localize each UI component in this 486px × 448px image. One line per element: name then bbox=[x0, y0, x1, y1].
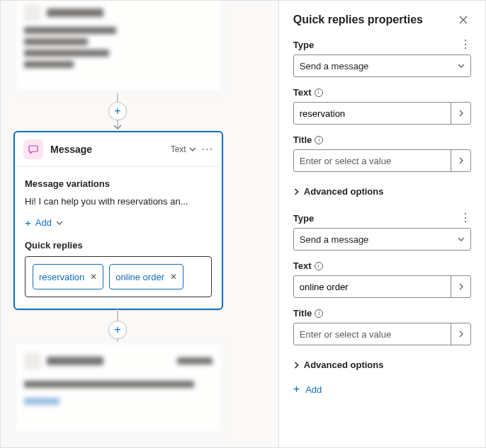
title-input-field[interactable] bbox=[300, 156, 451, 166]
text-field-label: Texti bbox=[293, 260, 323, 271]
chevron-down-icon bbox=[56, 219, 63, 226]
advanced-options-toggle[interactable]: Advanced options bbox=[293, 182, 471, 200]
properties-panel: Quick replies properties Type ⋮ Send a m… bbox=[278, 1, 485, 447]
arrow-down-icon bbox=[113, 123, 122, 130]
reply-menu-icon[interactable]: ⋮ bbox=[460, 212, 471, 224]
chevron-down-icon[interactable] bbox=[189, 146, 196, 153]
quick-replies-label: Quick replies bbox=[25, 240, 212, 251]
message-variations-label: Message variations bbox=[25, 178, 212, 189]
message-node-header: Message Text ··· bbox=[15, 132, 222, 167]
type-select[interactable]: Send a message bbox=[293, 54, 471, 77]
advanced-options-label: Advanced options bbox=[304, 186, 384, 197]
message-icon bbox=[23, 139, 43, 159]
title-input[interactable] bbox=[293, 149, 471, 172]
text-field-label: Texti bbox=[293, 87, 323, 98]
plus-icon: + bbox=[293, 383, 300, 396]
previous-node-card bbox=[13, 1, 223, 93]
more-options-icon[interactable]: ··· bbox=[202, 143, 213, 156]
message-type-label[interactable]: Text bbox=[171, 144, 186, 154]
advanced-options-toggle[interactable]: Advanced options bbox=[293, 355, 471, 373]
message-node-title: Message bbox=[50, 144, 171, 155]
text-input-field[interactable] bbox=[300, 282, 451, 292]
info-icon[interactable]: i bbox=[315, 309, 323, 318]
quick-reply-chip[interactable]: online order ✕ bbox=[109, 264, 183, 289]
expand-button[interactable] bbox=[451, 276, 470, 297]
close-panel-button[interactable] bbox=[456, 12, 471, 28]
chevron-right-icon bbox=[293, 188, 300, 196]
expand-button[interactable] bbox=[451, 323, 470, 345]
chip-label: reservation bbox=[39, 272, 84, 282]
info-icon[interactable]: i bbox=[315, 262, 323, 270]
add-quick-reply-label: Add bbox=[305, 384, 322, 395]
text-input[interactable] bbox=[293, 102, 471, 125]
remove-chip-icon[interactable]: ✕ bbox=[90, 272, 97, 282]
text-input[interactable] bbox=[293, 275, 471, 298]
expand-button[interactable] bbox=[451, 103, 470, 124]
type-field-label: Type bbox=[293, 40, 314, 50]
type-field-label: Type bbox=[293, 213, 314, 224]
reply-menu-icon[interactable]: ⋮ bbox=[460, 39, 471, 50]
message-node-card[interactable]: Message Text ··· Message variations Hi! … bbox=[13, 131, 223, 310]
chevron-right-icon bbox=[293, 361, 300, 369]
message-variation-text[interactable]: Hi! I can help you with reservations an.… bbox=[25, 195, 209, 214]
panel-title: Quick replies properties bbox=[293, 13, 423, 26]
chevron-down-icon bbox=[458, 62, 465, 69]
close-icon bbox=[458, 15, 468, 25]
chevron-down-icon bbox=[458, 236, 465, 243]
text-input-field[interactable] bbox=[300, 108, 451, 119]
info-icon[interactable]: i bbox=[315, 88, 323, 97]
add-variation-label: Add bbox=[35, 217, 52, 228]
title-input[interactable] bbox=[293, 323, 471, 345]
info-icon[interactable]: i bbox=[315, 136, 323, 144]
add-quick-reply-button[interactable]: + Add bbox=[293, 383, 322, 396]
quick-replies-container[interactable]: reservation ✕ online order ✕ bbox=[25, 256, 212, 297]
title-field-label: Titlei bbox=[293, 134, 324, 145]
type-select-value: Send a message bbox=[300, 234, 369, 245]
chip-label: online order bbox=[115, 272, 164, 282]
advanced-options-label: Advanced options bbox=[304, 360, 384, 370]
type-select[interactable]: Send a message bbox=[293, 228, 471, 251]
add-node-button-top[interactable]: + bbox=[108, 102, 127, 120]
add-node-button-bottom[interactable]: + bbox=[108, 321, 127, 339]
flow-canvas[interactable]: + Message Text ··· Message variations Hi… bbox=[1, 1, 278, 447]
add-variation-button[interactable]: + Add bbox=[25, 214, 63, 231]
expand-button[interactable] bbox=[451, 150, 470, 171]
title-field-label: Titlei bbox=[293, 308, 324, 318]
plus-icon: + bbox=[25, 217, 31, 229]
remove-chip-icon[interactable]: ✕ bbox=[170, 272, 177, 282]
next-node-card bbox=[13, 342, 223, 434]
type-select-value: Send a message bbox=[300, 61, 369, 71]
quick-reply-chip[interactable]: reservation ✕ bbox=[33, 264, 103, 289]
title-input-field[interactable] bbox=[300, 329, 451, 340]
